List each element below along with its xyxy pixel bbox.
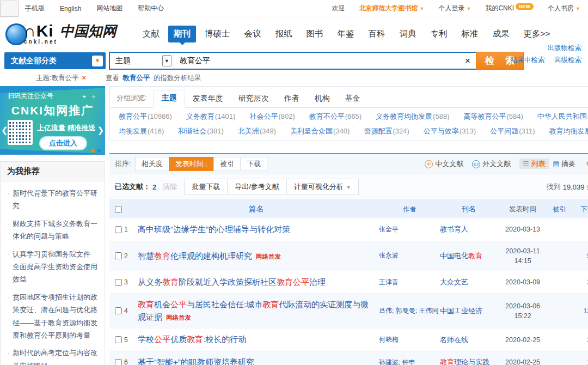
author-link[interactable]: 孙建波; 钟申 <box>379 358 440 365</box>
field-select[interactable]: 主题 ▼ <box>110 53 174 69</box>
topic-tag[interactable]: 美利坚合众国(340) <box>290 126 350 136</box>
recommend-item[interactable]: 新时代背景下的教育公平研究 <box>7 187 99 212</box>
author-link[interactable]: 何晓梅 <box>379 335 440 344</box>
sort-option[interactable]: 被引 <box>213 157 241 171</box>
row-checkbox[interactable] <box>115 279 122 286</box>
article-title-link[interactable]: 学校公平优质教育:校长的行动 <box>138 334 246 344</box>
keyword-link[interactable]: 教育公平 <box>122 74 150 82</box>
promo-enter-button[interactable]: 点击进入 <box>39 136 87 150</box>
nav-tab[interactable]: 成果 <box>487 26 515 42</box>
carousel-dots[interactable] <box>91 149 101 153</box>
recommend-item[interactable]: 新时代的高考定位与内容改革实施路径 <box>7 346 99 365</box>
recommend-item[interactable]: 贫困地区专项招生计划的政策变迁、潜在问题与优化路径——基于教育资源均衡发展和教育… <box>7 291 99 342</box>
col-cited[interactable]: 被引 <box>548 205 572 214</box>
nav-tab[interactable]: 百科 <box>363 26 391 42</box>
login-link[interactable]: 个人登录▼ <box>438 4 471 13</box>
chinese-literature-toggle[interactable]: 中 中文文献 <box>425 159 463 169</box>
article-title-link[interactable]: 从义务教育阶段就近入学政策探析社区教育公平治理 <box>138 277 326 287</box>
topbar-link[interactable]: 手机版 <box>25 4 45 13</box>
group-tab[interactable]: 发表年度 <box>185 91 231 107</box>
journal-link[interactable]: 名师在线 <box>440 335 498 345</box>
cnki-logo[interactable]: ∩Ki cnki.net 中国知网 <box>5 23 135 45</box>
article-title-link[interactable]: 高中班级“边缘学生”的心理辅导与转化对策 <box>138 224 290 234</box>
col-journal[interactable]: 刊名 <box>440 204 498 214</box>
row-checkbox[interactable] <box>115 359 122 365</box>
topic-tag[interactable]: 教育公平(10986) <box>119 112 172 121</box>
row-checkbox[interactable] <box>115 336 122 343</box>
nav-tab[interactable]: 期刊 <box>168 26 196 42</box>
clear-selection-link[interactable]: 清除 <box>163 182 177 192</box>
sort-option[interactable]: 相关度 <box>135 157 169 171</box>
group-tab[interactable]: 主题 <box>154 90 185 108</box>
batch-download-button[interactable]: 批量下载 <box>184 179 228 195</box>
topbar-link[interactable]: 网站地图 <box>96 4 122 13</box>
metrics-analysis-button[interactable]: 计量可视化分析▼ <box>286 179 359 195</box>
search-input[interactable] <box>174 57 460 65</box>
col-author[interactable]: 作者 <box>379 205 440 214</box>
clear-icon[interactable]: × <box>460 56 476 66</box>
col-downloads[interactable]: 下载 <box>572 205 588 214</box>
topic-tag[interactable]: 北美洲(349) <box>238 126 276 136</box>
topic-tag[interactable]: 义务教育(1401) <box>186 112 236 121</box>
topic-tag[interactable]: 社会公平(802) <box>249 112 295 121</box>
mycnki-link[interactable]: 我的CNKINEW <box>485 4 534 13</box>
topbar-link[interactable]: 帮助中心 <box>138 4 164 13</box>
row-checkbox[interactable] <box>115 252 122 259</box>
topic-tag[interactable]: 高等教育公平(584) <box>463 112 523 121</box>
col-date[interactable]: 发表时间 <box>498 204 548 214</box>
topic-tag[interactable]: 中华人民共和国(519) <box>537 112 588 121</box>
journal-link[interactable]: 大众文艺 <box>440 277 498 287</box>
author-link[interactable]: 吕伟; 郭曼曼; 王伟同 <box>379 306 440 315</box>
topic-tag[interactable]: 公平与效率(313) <box>424 126 476 136</box>
pub-search-link[interactable]: 出版物检索 <box>548 42 582 54</box>
journal-link[interactable]: 教书育人 <box>440 224 498 234</box>
select-all-checkbox[interactable] <box>115 206 122 213</box>
org-link[interactable]: 北京师范大学图书馆▼ <box>359 4 425 13</box>
carousel-next-icon[interactable]: ❯ <box>97 125 104 135</box>
category-select[interactable]: 文献全部分类 ▼ <box>4 52 106 69</box>
sort-option[interactable]: 发表时间↓ <box>169 157 215 171</box>
topic-tag[interactable]: 公平问题(311) <box>490 126 535 136</box>
nav-tab[interactable]: 词典 <box>394 26 422 42</box>
topic-tag[interactable]: 资源配置(324) <box>364 126 409 136</box>
journal-link[interactable]: 中国电化教育 <box>440 251 498 261</box>
nav-tab[interactable]: 图书 <box>301 26 329 42</box>
sort-option[interactable]: 下载 <box>240 157 267 171</box>
topic-tag[interactable]: 和谐社会(381) <box>178 126 223 136</box>
nav-tab[interactable]: 专利 <box>425 26 453 42</box>
col-title[interactable]: 篇名 <box>138 204 379 214</box>
row-checkbox[interactable] <box>115 307 122 314</box>
nav-tab[interactable]: 博硕士 <box>199 26 236 42</box>
bookroom-link[interactable]: 个人书房▼ <box>548 4 580 13</box>
author-link[interactable]: 张永波 <box>379 251 440 260</box>
recommend-item[interactable]: 财政支持下城乡义务教育一体化的问题与策略 <box>7 217 99 243</box>
adv-search-link[interactable]: 高级检索 <box>554 54 581 66</box>
topic-tag[interactable]: 均衡发展(416) <box>119 126 164 136</box>
foreign-literature-toggle[interactable]: En 外文文献 <box>472 159 511 169</box>
export-reference-button[interactable]: 导出/参考文献 <box>227 179 287 195</box>
abstract-view-button[interactable]: ▤ 摘要 <box>550 159 578 169</box>
nav-tab[interactable]: 报纸 <box>270 26 298 42</box>
topic-tag[interactable]: 教育均衡发展(302) <box>549 126 588 136</box>
nav-tab[interactable]: 文献 <box>137 26 165 42</box>
author-link[interactable]: 张金平 <box>379 225 440 234</box>
journal-link[interactable]: 中国工业经济 <box>440 306 498 316</box>
nav-tab[interactable]: 更多>> <box>518 26 556 42</box>
topic-tag[interactable]: 义务教育均衡发展(588) <box>376 112 449 121</box>
nav-tab[interactable]: 年鉴 <box>332 26 360 42</box>
topbar-link[interactable]: English <box>60 5 81 13</box>
recommend-item[interactable]: 认真学习贯彻国务院文件 全面提高学生资助资金使用效益 <box>7 248 99 286</box>
group-tab[interactable]: 研究层次 <box>231 91 277 107</box>
result-search-link[interactable]: 结果中检索 <box>511 54 545 66</box>
carousel-prev-icon[interactable]: ❮ <box>1 125 8 135</box>
promo-banner[interactable]: 扫码关注公众号 ✦ ✧ CNKI知网推广 ❮ 上亿流量 精准推送 ❯ 点击进入 <box>0 86 105 155</box>
article-title-link[interactable]: 基于“智能+”的职教师资培养研究 <box>138 357 254 365</box>
topic-tag[interactable]: 教育不公平(665) <box>309 112 362 121</box>
remove-filter-icon[interactable]: × <box>82 74 85 82</box>
group-tab[interactable]: 作者 <box>277 91 307 107</box>
download-count[interactable]: 137 <box>583 307 588 315</box>
nav-tab[interactable]: 会议 <box>239 26 267 42</box>
article-title-link[interactable]: 智慧教育伦理观的建构机理研究网络首发 <box>138 251 281 260</box>
group-tab[interactable]: 机构 <box>307 91 338 107</box>
nav-tab[interactable]: 标准 <box>456 26 484 42</box>
